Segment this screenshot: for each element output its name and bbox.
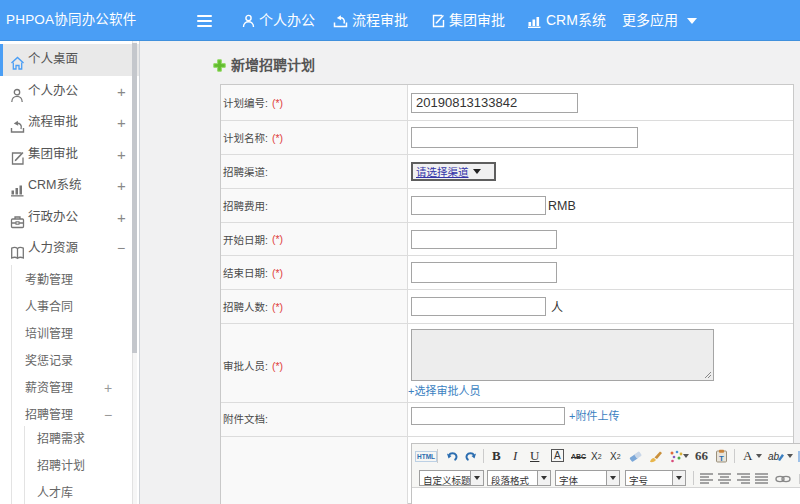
svg-text:T: T — [719, 454, 724, 463]
